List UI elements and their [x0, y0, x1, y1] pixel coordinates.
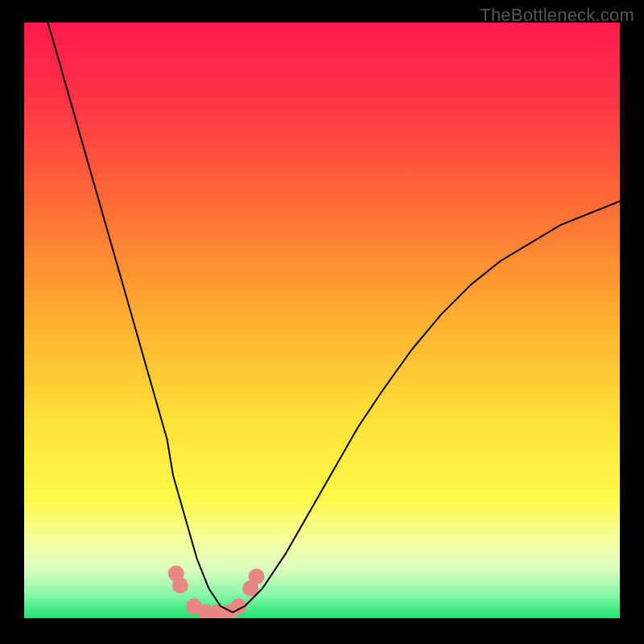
- gradient-background: [24, 23, 620, 618]
- plot-area: [24, 23, 620, 618]
- chart-svg: [24, 23, 620, 618]
- chart-frame: TheBottleneck.com: [0, 0, 644, 644]
- marker-dot: [249, 568, 265, 584]
- marker-dot: [172, 577, 188, 593]
